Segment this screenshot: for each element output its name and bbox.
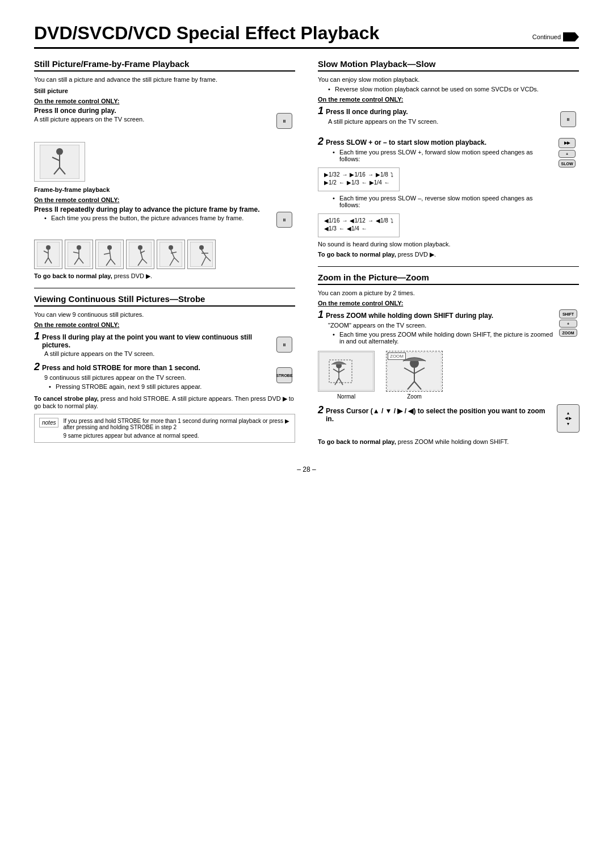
- reverse-speed-row1: ◀1/16 → ◀1/12 → ◀1/8 ⤵: [324, 217, 393, 224]
- speed-1-4: ▶1/4: [370, 179, 382, 186]
- zoom-shift-icon: SHIFT + ZOOM: [557, 309, 579, 337]
- notes-label: notes: [39, 418, 58, 427]
- slow-forward-bullet: Each time you press SLOW +, forward slow…: [333, 149, 551, 162]
- arrow-3: ⤵: [391, 171, 393, 178]
- frame-btn-shape: II: [276, 212, 292, 228]
- arrow-back-2: ←: [362, 179, 367, 186]
- zoom-section: Zoom in the Picture—Zoom You can zoom a …: [318, 272, 579, 445]
- frame-step2-header: Press II repeatedly during play to advan…: [34, 206, 269, 213]
- forward-speed-row2: ▶1/2 ← ▶1/3 ← ▶1/4 ←: [324, 179, 393, 186]
- notes-content: If you press and hold STROBE for more th…: [63, 418, 290, 439]
- slow-reverse-bullet: Each time you press SLOW –, reverse slow…: [333, 195, 551, 208]
- zoom-zoom-label: Zoom: [386, 393, 443, 400]
- slow-on-remote: On the remote control ONLY:: [318, 96, 579, 103]
- left-column: Still Picture/Frame-by-Frame Playback Yo…: [34, 59, 295, 448]
- svg-point-7: [46, 245, 51, 250]
- frame-pause-icon: II: [274, 206, 295, 234]
- strobe-step2-text: 9 continuous still pictures appear on th…: [44, 374, 269, 381]
- slow-motion-section: Slow Motion Playback—Slow You can enjoy …: [318, 59, 579, 258]
- page-title-section: DVD/SVCD/VCD Special Effect Playback Con…: [34, 23, 579, 49]
- slow-plus-btn: +: [559, 150, 576, 158]
- strobe-pause-btn: II: [276, 337, 292, 353]
- svg-point-13: [77, 245, 81, 250]
- speed-1-8: ▶1/8: [376, 171, 388, 178]
- slow-go-back: To go back to normal play, press DVD ▶.: [318, 251, 579, 258]
- frame-label: Frame-by-frame playback: [34, 186, 295, 193]
- forward-speed-row1: ▶1/32 → ▶1/16 → ▶1/8 ⤵: [324, 171, 393, 178]
- zoom-step1-header: 1 Press ZOOM while holding down SHIFT du…: [318, 309, 553, 321]
- frame3: [95, 240, 124, 269]
- continued-arrow-icon: [563, 32, 579, 41]
- frame-step2-bullet: Each time you press the button, the pict…: [44, 215, 269, 221]
- rev-speed-1-12: ◀1/12: [350, 217, 365, 224]
- strobe-on-remote: On the remote control ONLY:: [34, 321, 295, 328]
- svg-point-19: [107, 245, 112, 250]
- svg-point-1: [56, 148, 63, 155]
- speed-1-32: ▶1/32: [324, 171, 339, 178]
- arrow-back-1: ←: [339, 179, 345, 186]
- arrow-end: ←: [384, 179, 390, 186]
- rev-arrow-back: ←: [339, 225, 345, 232]
- rev-arrow-end: ←: [362, 225, 367, 232]
- still-picture-label: Still picture: [34, 87, 295, 94]
- svg-point-31: [169, 245, 173, 250]
- zoom-step1-bullet: Each time you press ZOOM while holding d…: [333, 331, 553, 345]
- strobe-pause-icon: II: [274, 330, 295, 359]
- slow-step1-text: A still picture appears on the TV screen…: [328, 118, 553, 125]
- slow-pause-btn: II: [560, 111, 576, 127]
- still-go-back: To go back to normal play, press DVD ▶.: [34, 272, 295, 280]
- strobe-section: Viewing Continuous Still Pictures—Strobe…: [34, 294, 295, 443]
- svg-rect-42: [319, 352, 373, 391]
- strobe-cancel-note: To cancel strobe play, press and hold ST…: [34, 395, 295, 409]
- slow-motion-bullet: Reverse slow motion playback cannot be u…: [328, 86, 579, 93]
- still-step1-text: A still picture appears on the TV screen…: [34, 116, 269, 123]
- shift-btn: SHIFT: [559, 309, 577, 318]
- still-picture-illustration: [34, 142, 295, 182]
- cursor-btn-shape: ▲ ◀ ▶ ▼: [557, 404, 580, 433]
- still-picture-section: Still Picture/Frame-by-Frame Playback Yo…: [34, 59, 295, 280]
- zoom-on-remote: On the remote control ONLY:: [318, 300, 579, 307]
- slow-motion-intro: You can enjoy slow motion playback.: [318, 76, 579, 83]
- page-number: – 28 –: [34, 466, 579, 473]
- reverse-speed-row2: ◀1/3 ← ◀1/4 ←: [324, 225, 393, 232]
- frame2: [65, 240, 93, 269]
- slow-no-sound: No sound is heard during slow motion pla…: [318, 241, 579, 248]
- slow-fwd-btn: ▶▶: [559, 138, 576, 148]
- rev-speed-1-8: ◀1/8: [376, 217, 388, 224]
- slow-step1-header: 1 Press II once during play.: [318, 105, 553, 117]
- rev-arrow-2: →: [368, 217, 373, 224]
- zoom-normal-image: [318, 351, 375, 392]
- zoom-normal-wrap: Normal: [318, 351, 375, 400]
- svg-point-37: [199, 245, 204, 250]
- zoom-badge: ZOOM: [388, 353, 406, 360]
- still-picture-title: Still Picture/Frame-by-Frame Playback: [34, 59, 295, 72]
- zoom-intro: You can zoom a picture by 2 times.: [318, 290, 579, 296]
- page-title: DVD/SVCD/VCD Special Effect Playback: [34, 23, 379, 44]
- arrow-1: →: [342, 171, 347, 178]
- frame6: [187, 240, 216, 269]
- strobe-step2-bullet: Pressing STROBE again, next 9 still pict…: [49, 383, 269, 390]
- slow-pause-icon: II: [557, 105, 579, 133]
- still-picture-image: [34, 142, 85, 182]
- rev-arrow-drop: ⤵: [391, 217, 393, 224]
- frame5: [157, 240, 185, 269]
- arrow-2: →: [368, 171, 373, 178]
- rev-speed-1-4: ◀1/4: [347, 225, 359, 232]
- frame1: [34, 240, 62, 269]
- zoom-illustration: Normal ZOOM: [318, 351, 579, 400]
- right-column: Slow Motion Playback—Slow You can enjoy …: [318, 59, 579, 448]
- reverse-speed-chart: ◀1/16 → ◀1/12 → ◀1/8 ⤵ ◀1/3 ← ◀1/4 ←: [318, 213, 400, 237]
- still-on-remote: On the remote control ONLY:: [34, 98, 295, 104]
- pause-btn-shape: II: [276, 113, 292, 129]
- speed-1-2: ▶1/2: [324, 179, 337, 186]
- plus-btn: +: [559, 320, 577, 328]
- cursor-icon: ▲ ◀ ▶ ▼: [557, 404, 579, 433]
- zoom-title: Zoom in the Picture—Zoom: [318, 272, 579, 285]
- pause-button-icon: II: [274, 107, 295, 135]
- rev-arrow-1: →: [342, 217, 347, 224]
- strobe-btn-shape: STROBE: [276, 367, 292, 383]
- rev-speed-1-16: ◀1/16: [324, 217, 339, 224]
- rev-speed-1-3: ◀1/3: [324, 225, 337, 232]
- strobe-btn-icon: STROBE: [274, 361, 295, 389]
- speed-1-16: ▶1/16: [350, 171, 365, 178]
